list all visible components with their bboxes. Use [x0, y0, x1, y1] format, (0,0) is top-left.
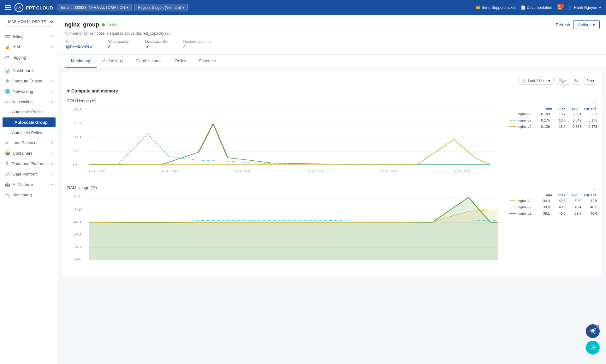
bottom-icons: 📢 ✨	[586, 324, 600, 355]
notification-dot	[597, 324, 600, 327]
svg-text:5: 5	[73, 149, 77, 153]
group-meta: Profile: nginx-v2.0-new Min capacity: 2 …	[65, 39, 600, 49]
chevron-down-icon: ▾	[51, 172, 53, 176]
chevron-down-icon: ▾	[51, 90, 53, 93]
min-capacity-meta: Min capacity: 2	[108, 39, 130, 49]
tab-cloud-instance[interactable]: Cloud instance	[129, 55, 169, 68]
ram-chart-more-button[interactable]: ⋮	[592, 185, 597, 191]
svg-marker-33	[89, 210, 498, 260]
profile-meta: Profile: nginx-v2.0-new	[65, 39, 92, 49]
chart-panel: 🕐 Last 1 hour ▾ 🔍− ↻ 5m ▾ ▾ Compute and …	[62, 72, 602, 277]
documentation-link[interactable]: 📄 Documentation	[521, 5, 552, 10]
chevron-down-icon: ▾	[51, 141, 53, 145]
legend-line-icon	[509, 207, 516, 207]
chevron-down-icon: ▾	[51, 183, 53, 186]
sidebar-item-dashboard[interactable]: 📊Dashboard	[0, 65, 58, 76]
group-title-row: nginx_group Active	[65, 21, 118, 28]
sidebar-item-compute-engine[interactable]: 🖥Compute Engine ▾	[0, 76, 58, 86]
ram-legend-header: min max avg current	[509, 193, 597, 197]
svg-text:42: 42	[73, 207, 81, 211]
interval-selector[interactable]: 5m ▾	[584, 77, 597, 85]
logo: FPT FPT CLOUD	[15, 3, 53, 12]
svg-text:38: 38	[73, 232, 81, 236]
sidebar-subitem-autoscale-profile[interactable]: Autoscale Profile	[0, 107, 58, 117]
cpu-chart-legend: min max avg current nginx-v2.0-node-muON…	[509, 106, 597, 176]
status-dot	[102, 23, 105, 27]
region-selector[interactable]: Region: Saigon (Vietnam) ▾	[134, 4, 187, 11]
chevron-down-icon: ▾	[51, 162, 53, 165]
chevron-down-icon: ▾	[51, 152, 53, 155]
sidebar-item-iam[interactable]: 🔒IAM ▾	[0, 42, 58, 52]
tabs-row: Monitoring Action logs Cloud instance Po…	[58, 55, 606, 68]
svg-text:02:30: 02:30	[454, 170, 470, 173]
cpu-chart-section: CPU Usage (%) ⋮ 20 15 10 5 0	[67, 98, 597, 176]
svg-text:10: 10	[73, 135, 81, 139]
legend-line-icon	[509, 120, 516, 121]
svg-text:34: 34	[73, 258, 81, 261]
refresh-chart-button[interactable]: ↻	[572, 77, 581, 85]
sidebar-item-monitoring[interactable]: 📉Monitoring	[0, 190, 58, 200]
user-menu[interactable]: 👤 Hanh Nguyen ▾	[567, 5, 601, 10]
header-actions: Refresh Actions ▾	[556, 20, 600, 29]
zoom-out-button[interactable]: 🔍−	[556, 77, 570, 85]
ram-chart-legend: min max avg current nginx-v2.0-node-muON…	[509, 193, 597, 263]
desired-capacity-meta: Desired capacity: 3	[183, 39, 212, 49]
ram-chart-section: RAM Usage (%) ⋮ 44 42 40 38 36 34	[67, 185, 597, 263]
hamburger-menu[interactable]	[5, 5, 11, 10]
cpu-chart-wrapper: 20 15 10 5 0 01:40	[67, 106, 597, 176]
sidebar-item-containers[interactable]: 📦Containers ▾	[0, 148, 58, 158]
refresh-button[interactable]: Refresh	[556, 22, 570, 27]
ram-legend-row-2: nginx-v2.0-node-aZI1dgs2 39.1 40.0 39.3 …	[509, 212, 597, 215]
svg-text:36: 36	[73, 245, 81, 249]
sidebar-item-networking[interactable]: 🌐Networking ▾	[0, 86, 58, 97]
tab-schedule[interactable]: Schedule	[193, 55, 222, 68]
topnav: FPT FPT CLOUD Tenant: 000823-INFRA-AUTOM…	[0, 0, 606, 15]
sidebar-item-autoscaling[interactable]: ⚖Autoscaling ▴	[0, 97, 58, 107]
svg-text:FPT: FPT	[16, 6, 22, 10]
chevron-down-icon: ▾	[51, 45, 53, 49]
cpu-chart-more-button[interactable]: ⋮	[592, 98, 597, 104]
status-label: Active	[107, 22, 118, 27]
tenant-selector[interactable]: Tenant: 000823-INFRA-AUTOMATION ▾	[57, 4, 132, 11]
env-select[interactable]: IAAS-HCM10-OSP-TEST-01	[4, 17, 54, 27]
tab-monitoring[interactable]: Monitoring	[65, 55, 97, 68]
profile-link[interactable]: nginx-v2.0-new	[65, 44, 92, 49]
ram-legend-row-0: nginx-v2.0-node-muONN1NL 34.0 42.8 39.9 …	[509, 199, 597, 203]
ai-assistant-button[interactable]: ✨	[586, 341, 600, 355]
group-description: Number of active nodes is equal or above…	[65, 31, 600, 36]
sidebar-item-ai-platform[interactable]: 🤖AI Platform ▾	[0, 179, 58, 190]
tab-action-logs[interactable]: Action logs	[97, 55, 129, 68]
sidebar-subitem-autoscale-group[interactable]: Autoscale Group	[3, 117, 56, 127]
sidebar-item-data-platform[interactable]: 📈Data Platform ▾	[0, 169, 58, 179]
compute-memory-section-header[interactable]: ▾ Compute and memory	[67, 88, 597, 93]
sidebar-item-database-platform[interactable]: 🗄Database Platform ▾	[0, 158, 58, 169]
actions-button[interactable]: Actions ▾	[573, 20, 600, 29]
ram-chart-wrapper: 44 42 40 38 36 34	[67, 193, 597, 263]
env-dropdown[interactable]: IAAS-HCM10-OSP-TEST-01	[0, 15, 58, 28]
legend-line-icon	[509, 114, 516, 114]
cpu-chart-area: 20 15 10 5 0 01:40	[67, 106, 505, 176]
group-name: nginx_group	[65, 21, 99, 28]
sidebar-item-billing[interactable]: 💳Billing ▾	[0, 31, 58, 42]
legend-line-icon	[509, 126, 516, 127]
chevron-down-icon: ▾	[51, 35, 53, 38]
tab-policy[interactable]: Policy	[169, 55, 193, 68]
sidebar-item-load-balancer[interactable]: ⚙Load Balancer ▾	[0, 138, 58, 148]
ram-chart-area: 44 42 40 38 36 34	[67, 193, 505, 263]
sidebar: IAAS-HCM10-OSP-TEST-01 💳Billing ▾ 🔒IAM ▾…	[0, 15, 58, 364]
sidebar-subitem-autoscale-policy[interactable]: Autoscale Policy	[0, 128, 58, 138]
cpu-legend-row-0: nginx-v2.0-node-muONN1NL 0.149 13.7 0.35…	[509, 112, 597, 116]
svg-text:44: 44	[73, 195, 81, 199]
cpu-chart-title: CPU Usage (%) ⋮	[67, 98, 597, 104]
sidebar-item-tagging[interactable]: 🏷Tagging	[0, 52, 58, 63]
group-header: nginx_group Active Refresh Actions ▾ Num…	[58, 15, 606, 55]
svg-text:15: 15	[73, 121, 81, 125]
time-selector[interactable]: 🕐 Last 1 hour ▾	[518, 77, 553, 85]
max-capacity-meta: Max capacity: 10	[145, 39, 168, 49]
ram-chart-title: RAM Usage (%) ⋮	[67, 185, 597, 191]
cpu-legend-header: min max avg current	[509, 106, 597, 110]
chevron-up-icon: ▴	[51, 100, 53, 104]
notifications[interactable]: 🔔 99+	[557, 5, 562, 10]
svg-text:02:00: 02:00	[235, 170, 252, 173]
support-ticket-link[interactable]: 🎫 Send Support Ticket	[476, 5, 516, 10]
